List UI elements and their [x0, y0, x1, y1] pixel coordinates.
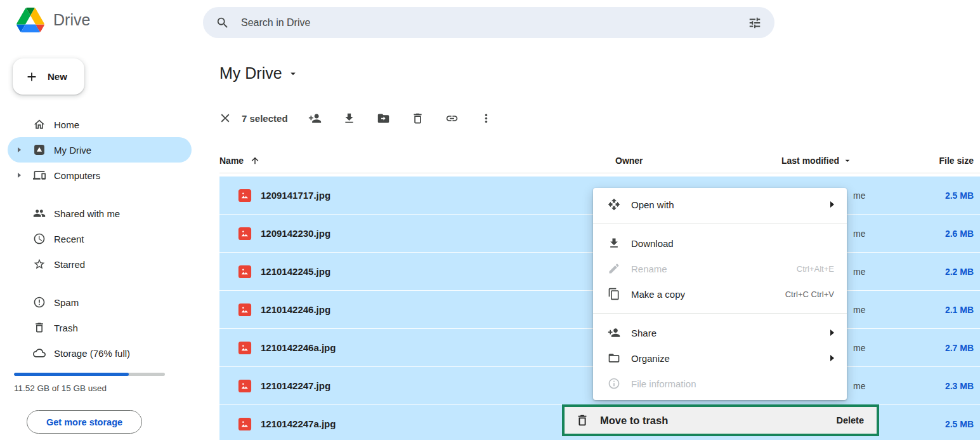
move-button[interactable]	[377, 112, 390, 125]
move-icon	[377, 112, 390, 125]
menu-divider	[593, 313, 847, 314]
column-header-size[interactable]: File size	[939, 156, 974, 166]
selection-toolbar: 7 selected	[218, 105, 493, 131]
my-drive-icon	[33, 143, 46, 156]
modified-by: me	[853, 229, 865, 239]
menu-item-organize[interactable]: Organize	[593, 345, 847, 371]
trash-icon	[575, 413, 589, 427]
file-name: 1210142247a.jpg	[261, 418, 336, 429]
search-icon[interactable]	[216, 16, 230, 30]
page-title[interactable]: My Drive	[219, 64, 299, 83]
menu-item-move-to-trash[interactable]: Move to trash Delete	[562, 404, 879, 436]
sidebar-item-recent[interactable]: Recent	[8, 226, 192, 251]
search-bar	[203, 7, 774, 38]
image-file-icon	[238, 303, 252, 317]
copy-link-button[interactable]	[445, 112, 459, 125]
sidebar-item-home[interactable]: Home	[8, 112, 192, 137]
file-size: 2.7 MB	[945, 343, 974, 353]
menu-item-label: Make a copy	[631, 289, 685, 300]
page-title-label: My Drive	[219, 64, 282, 83]
file-name: 1210142247.jpg	[261, 380, 330, 391]
storage-usage-text: 11.52 GB of 15 GB used	[14, 383, 107, 393]
sidebar-item-label: Spam	[54, 297, 79, 308]
file-size: 2.3 MB	[945, 381, 974, 391]
search-input[interactable]	[241, 17, 748, 29]
sidebar-item-starred[interactable]: Starred	[8, 251, 192, 277]
image-file-icon	[238, 189, 252, 203]
plus-icon	[25, 70, 39, 84]
sidebar-item-label: Shared with me	[54, 208, 120, 219]
rename-icon	[608, 262, 620, 275]
search-options-icon[interactable]	[748, 16, 762, 30]
file-name: 1210142246a.jpg	[261, 342, 336, 353]
drive-logo[interactable]: Drive	[16, 8, 90, 32]
share-add-icon	[308, 112, 322, 125]
get-more-storage-button[interactable]: Get more storage	[27, 410, 142, 434]
menu-item-make-a-copy[interactable]: Make a copy Ctrl+C Ctrl+V	[593, 281, 847, 307]
more-actions-button[interactable]	[480, 112, 493, 125]
nav-group-divider	[8, 277, 192, 290]
sidebar-item-computers[interactable]: Computers	[8, 163, 192, 188]
submenu-arrow-icon	[830, 355, 834, 361]
shared-with-me-icon	[33, 207, 46, 220]
menu-shortcut: Ctrl+Alt+E	[797, 264, 834, 274]
new-button[interactable]: New	[13, 58, 84, 95]
sidebar-item-label: Home	[54, 119, 79, 130]
menu-item-open-with[interactable]: Open with	[593, 192, 847, 217]
column-header-owner[interactable]: Owner	[615, 156, 643, 166]
download-icon	[608, 237, 620, 250]
info-icon	[608, 377, 620, 390]
more-icon	[480, 112, 493, 125]
share-add-icon	[608, 326, 620, 339]
column-header-modified[interactable]: Last modified	[781, 156, 853, 166]
selected-count: 7 selected	[242, 113, 288, 124]
image-file-icon	[238, 341, 252, 355]
sidebar-item-label: Storage (76% full)	[54, 348, 130, 359]
trash-icon	[411, 112, 424, 125]
column-header-name[interactable]: Name	[219, 156, 260, 166]
drive-logo-icon	[16, 8, 44, 32]
folder-icon	[608, 352, 620, 364]
file-name: 1210142246.jpg	[261, 304, 330, 315]
image-file-icon	[238, 379, 252, 393]
file-name: 1209141717.jpg	[261, 190, 330, 201]
spam-icon	[33, 296, 46, 309]
trash-button[interactable]	[411, 112, 424, 125]
menu-item-download[interactable]: Download	[593, 230, 847, 256]
file-size: 2.2 MB	[945, 267, 974, 277]
sidebar-item-my-drive[interactable]: My Drive	[8, 137, 192, 163]
menu-shortcut: Ctrl+C Ctrl+V	[785, 290, 834, 299]
image-file-icon	[238, 265, 252, 279]
menu-item-label: Organize	[631, 353, 670, 364]
storage-icon	[33, 347, 46, 359]
sidebar-item-shared-with-me[interactable]: Shared with me	[8, 201, 192, 226]
sidebar-item-label: Trash	[54, 323, 78, 333]
file-size: 2.5 MB	[945, 190, 974, 201]
menu-divider	[593, 223, 847, 224]
close-icon	[218, 111, 232, 125]
sidebar-item-spam[interactable]: Spam	[8, 290, 192, 315]
share-button[interactable]	[308, 112, 322, 125]
download-icon	[343, 112, 356, 125]
download-button[interactable]	[343, 112, 356, 125]
nav-group-divider	[8, 188, 192, 201]
sort-ascending-icon	[250, 156, 260, 166]
recent-icon	[33, 232, 46, 245]
image-file-icon	[238, 227, 252, 241]
table-header: Name Owner Last modified File size	[219, 148, 980, 173]
expand-caret-icon[interactable]	[18, 173, 21, 178]
trash-icon	[33, 321, 46, 334]
image-file-icon	[238, 417, 252, 431]
context-menu: Open with Download Rename Ctrl+Alt+E Mak…	[593, 188, 847, 400]
clear-selection-button[interactable]	[218, 111, 232, 125]
sidebar-item-storage[interactable]: Storage (76% full)	[8, 340, 192, 366]
expand-caret-icon[interactable]	[18, 147, 21, 152]
chevron-down-icon	[287, 68, 299, 79]
copy-icon	[608, 288, 620, 300]
sidebar-item-label: Starred	[54, 259, 85, 270]
menu-item-share[interactable]: Share	[593, 320, 847, 345]
sidebar-item-trash[interactable]: Trash	[8, 315, 192, 340]
new-button-label: New	[48, 71, 67, 82]
file-name: 1210142245.jpg	[261, 266, 330, 277]
menu-item-label: File information	[631, 378, 696, 389]
